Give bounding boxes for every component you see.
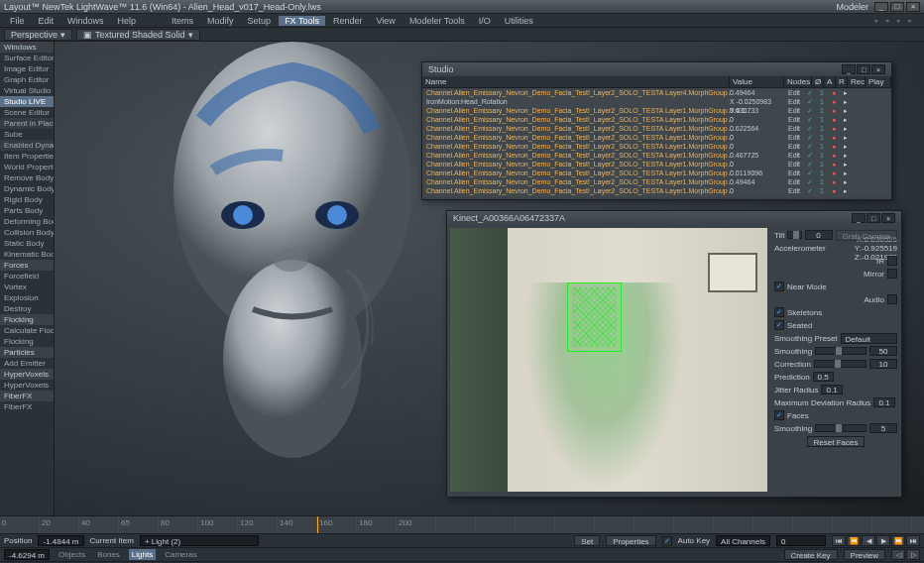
minimize-icon[interactable]: _ bbox=[874, 2, 888, 12]
step-fwd-icon[interactable]: ⏩ bbox=[891, 535, 905, 546]
grab-camera-button[interactable]: Grab Camera bbox=[836, 230, 897, 241]
studio-row[interactable]: Channel.Alien_Emissary_Nevron_Demo_Facia… bbox=[422, 195, 891, 197]
sidebar-item[interactable]: Calculate Flocks bbox=[0, 325, 54, 336]
sidebar-item[interactable]: Forcefield bbox=[0, 271, 54, 282]
sidebar-item[interactable]: Sube bbox=[0, 129, 54, 140]
channels-select[interactable]: All Channels bbox=[716, 535, 770, 546]
studio-row[interactable]: Channel.Alien_Emissary_Nevron_Demo_Facia… bbox=[422, 88, 891, 97]
sidebar-item[interactable]: FiberFX bbox=[0, 391, 54, 401]
sidebar-item[interactable]: Flocking bbox=[0, 314, 54, 325]
sidebar-item[interactable]: World Properties bbox=[0, 162, 54, 172]
view-select[interactable]: Perspective ▾ bbox=[4, 29, 72, 41]
sidebar-item[interactable]: Surface Editor bbox=[0, 53, 54, 63]
sidebar-item[interactable]: Flocking bbox=[0, 336, 54, 347]
sidebar-item[interactable]: FiberFX bbox=[0, 401, 54, 412]
corr-slider[interactable] bbox=[814, 360, 866, 368]
bones-btn[interactable]: Bones bbox=[94, 549, 123, 560]
step-back-icon[interactable]: ⏪ bbox=[847, 535, 861, 546]
tab-modelertools[interactable]: Modeler Tools bbox=[404, 16, 471, 26]
kinect-min-icon[interactable]: _ bbox=[852, 213, 866, 223]
sidebar-item[interactable]: Deforming Body bbox=[0, 216, 54, 227]
faces-checkbox[interactable]: ✓ bbox=[774, 410, 784, 420]
tilt-slider[interactable] bbox=[787, 231, 801, 239]
studio-row[interactable]: Channel.Alien_Emissary_Nevron_Demo_Facia… bbox=[422, 151, 891, 160]
studio-max-icon[interactable]: □ bbox=[857, 64, 870, 74]
sidebar-item[interactable]: Graph Editor bbox=[0, 74, 54, 85]
studio-row[interactable]: Channel.Alien_Emissary_Nevron_Demo_Facia… bbox=[422, 177, 891, 186]
sidebar-item[interactable]: Explosion bbox=[0, 292, 54, 303]
tab-modify[interactable]: Modify bbox=[201, 16, 240, 26]
sidebar-item[interactable]: Remove Body bbox=[0, 172, 54, 183]
vp-btn-2[interactable]: ▫ bbox=[882, 16, 891, 26]
studio-row[interactable]: Channel.Alien_Emissary_Nevron_Demo_Facia… bbox=[422, 106, 891, 115]
objects-btn[interactable]: Objects bbox=[56, 549, 88, 560]
play-back-icon[interactable]: ◀ bbox=[862, 535, 875, 546]
maxdev-value[interactable]: 0.1 bbox=[873, 397, 894, 407]
sidebar-item[interactable]: Scene Editor bbox=[0, 107, 54, 118]
kf-next-icon[interactable]: ▷ bbox=[906, 549, 920, 560]
sidebar-item[interactable]: Studio LIVE bbox=[0, 96, 54, 107]
corr-value[interactable]: 10 bbox=[869, 359, 897, 369]
timeline-cursor[interactable] bbox=[317, 516, 318, 533]
createkey-button[interactable]: Create Key bbox=[784, 549, 838, 560]
preset-select[interactable]: Default bbox=[841, 333, 897, 344]
goto-start-icon[interactable]: ⏮ bbox=[832, 535, 846, 546]
play-fwd-icon[interactable]: ▶ bbox=[876, 535, 890, 546]
sidebar-item[interactable]: Add Emitter bbox=[0, 358, 54, 369]
sidebar-item[interactable]: Enabled Dynamics bbox=[0, 140, 54, 151]
vp-btn-4[interactable]: ▫ bbox=[905, 16, 914, 26]
kinect-close-icon[interactable]: × bbox=[881, 213, 895, 223]
maximize-icon[interactable]: □ bbox=[890, 2, 904, 12]
sidebar-item[interactable]: Dynamic Body bbox=[0, 183, 54, 194]
studio-row[interactable]: Channel.Alien_Emissary_Nevron_Demo_Facia… bbox=[422, 160, 891, 169]
sidebar-item[interactable]: Windows bbox=[0, 42, 54, 53]
smooth-slider[interactable] bbox=[815, 347, 866, 355]
menu-edit[interactable]: Edit bbox=[33, 16, 60, 26]
kf-prev-icon[interactable]: ◁ bbox=[891, 549, 905, 560]
lights-btn[interactable]: Lights bbox=[129, 549, 156, 560]
tab-render[interactable]: Render bbox=[327, 16, 369, 26]
studio-row[interactable]: Channel.Alien_Emissary_Nevron_Demo_Facia… bbox=[422, 169, 891, 177]
timeline[interactable]: 020406580100120140160180200 bbox=[0, 516, 924, 534]
tab-io[interactable]: I/O bbox=[473, 16, 497, 26]
studio-row[interactable]: Channel.Alien_Emissary_Nevron_Demo_Facia… bbox=[422, 142, 891, 151]
sidebar-item[interactable]: HyperVoxels bbox=[0, 380, 54, 391]
sidebar-item[interactable]: Parent in Place bbox=[0, 118, 54, 129]
audio-checkbox[interactable] bbox=[887, 294, 897, 304]
skeletons-checkbox[interactable]: ✓ bbox=[774, 307, 784, 317]
ir-checkbox[interactable] bbox=[887, 256, 897, 266]
pred-value[interactable]: 0.5 bbox=[813, 372, 834, 382]
close-icon[interactable]: × bbox=[906, 2, 920, 12]
studio-row[interactable]: IronMotion:Head_RotationX -0.0250983 Y:0… bbox=[422, 97, 891, 106]
face-smooth-value[interactable]: 5 bbox=[869, 423, 897, 433]
sidebar-item[interactable]: Item Properties bbox=[0, 151, 54, 162]
sidebar-item[interactable]: Particles bbox=[0, 347, 54, 358]
sidebar-item[interactable]: HyperVoxels bbox=[0, 369, 54, 380]
sidebar-item[interactable]: Parts Body bbox=[0, 205, 54, 216]
studio-min-icon[interactable]: _ bbox=[842, 64, 856, 74]
menu-windows[interactable]: Windows bbox=[61, 16, 110, 26]
seated-checkbox[interactable]: ✓ bbox=[774, 320, 784, 330]
mirror-checkbox[interactable] bbox=[887, 269, 897, 279]
shade-select[interactable]: ▣ Textured Shaded Solid ▾ bbox=[76, 29, 200, 41]
vp-btn-1[interactable]: ▫ bbox=[871, 16, 880, 26]
sidebar-item[interactable]: Rigid Body bbox=[0, 194, 54, 205]
face-smooth-slider[interactable] bbox=[815, 424, 866, 432]
frame-field[interactable]: 0 bbox=[776, 535, 826, 546]
tab-fxtools[interactable]: FX Tools bbox=[279, 16, 325, 26]
tab-utilities[interactable]: Utilities bbox=[499, 16, 539, 26]
sidebar-item[interactable]: Destroy bbox=[0, 303, 54, 314]
props-button[interactable]: Properties bbox=[606, 535, 655, 546]
sidebar-item[interactable]: Virtual Studio bbox=[0, 85, 54, 96]
modeler-label[interactable]: Modeler bbox=[830, 2, 874, 12]
smooth-value[interactable]: 50 bbox=[869, 346, 897, 356]
sidebar-item[interactable]: Forces bbox=[0, 260, 54, 271]
sidebar-item[interactable]: Collision Body bbox=[0, 227, 54, 238]
near-checkbox[interactable]: ✓ bbox=[774, 282, 784, 291]
sidebar-item[interactable]: Static Body bbox=[0, 238, 54, 249]
tab-items[interactable]: Items bbox=[166, 16, 199, 26]
set-button[interactable]: Set bbox=[574, 535, 600, 546]
sidebar-item[interactable]: Image Editor bbox=[0, 63, 54, 74]
pos-x-field[interactable]: -1.4844 m bbox=[38, 535, 83, 546]
sidebar-item[interactable]: Kinematic Body bbox=[0, 249, 54, 260]
